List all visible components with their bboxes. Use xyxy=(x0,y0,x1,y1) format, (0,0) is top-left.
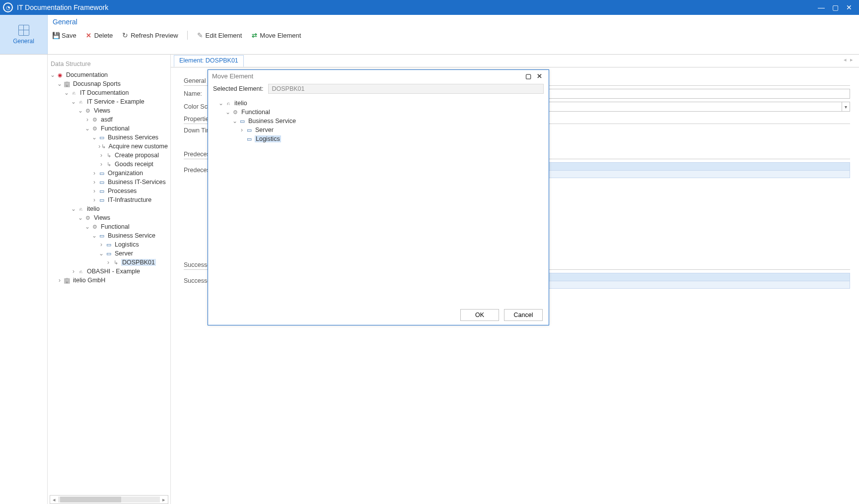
tree-node-obashi[interactable]: OBASHI - Example xyxy=(50,267,168,276)
move-element-button[interactable]: ⇄ Move Element xyxy=(251,32,301,39)
expand-icon[interactable] xyxy=(218,100,224,107)
dialog-ok-button[interactable]: OK xyxy=(460,309,499,321)
left-nav-rail xyxy=(0,55,48,504)
expand-icon[interactable] xyxy=(91,196,97,203)
tree-node-goods-receipt[interactable]: Goods receipt xyxy=(50,160,168,169)
tree-label: IT Documentation xyxy=(79,89,129,96)
tree-node-it-infrastructure[interactable]: IT-Infrastructure xyxy=(50,195,168,204)
dialog-node-itelio[interactable]: itelio xyxy=(218,99,544,108)
tree-node-processes[interactable]: Processes xyxy=(50,187,168,195)
expand-icon[interactable] xyxy=(57,277,63,284)
dialog-node-server[interactable]: Server xyxy=(218,126,544,134)
expand-icon[interactable] xyxy=(98,161,104,168)
tree-label: itelio xyxy=(86,205,100,212)
scroll-left-button[interactable]: ◂ xyxy=(50,497,58,503)
expand-icon[interactable] xyxy=(91,134,97,141)
dropdown-icon[interactable]: ▾ xyxy=(842,102,850,112)
expand-icon[interactable] xyxy=(57,80,63,87)
expand-icon[interactable] xyxy=(77,214,83,221)
expand-icon[interactable] xyxy=(84,125,90,132)
expand-icon[interactable] xyxy=(105,259,111,266)
ribbon-side-tab[interactable]: General xyxy=(0,15,48,54)
group-icon xyxy=(98,188,105,194)
expand-icon[interactable] xyxy=(98,250,104,257)
expand-icon[interactable] xyxy=(91,232,97,239)
tree-label: Functional xyxy=(100,223,130,230)
element-icon xyxy=(105,251,112,256)
dialog-cancel-button[interactable]: Cancel xyxy=(504,309,543,321)
tree-node-business-services[interactable]: Business Services xyxy=(50,133,168,142)
app-title: IT Documentation Framework xyxy=(17,3,108,11)
tree-node-views[interactable]: Views xyxy=(50,106,168,115)
tree-node-server[interactable]: Server xyxy=(50,249,168,258)
tree-node-itelio-gmbh[interactable]: itelio GmbH xyxy=(50,276,168,285)
window-maximize-button[interactable]: ▢ xyxy=(828,0,842,15)
expand-icon[interactable] xyxy=(225,109,231,116)
tree-node-asdf[interactable]: asdf xyxy=(50,115,168,124)
expand-icon[interactable] xyxy=(91,188,97,194)
scroll-thumb[interactable] xyxy=(60,497,121,503)
dialog-node-business-service[interactable]: Business Service xyxy=(218,117,544,126)
expand-icon[interactable] xyxy=(91,170,97,177)
app-logo-icon: ◔ xyxy=(3,2,13,12)
expand-icon[interactable] xyxy=(84,116,90,123)
tree-label: DOSPBK01 xyxy=(121,259,156,266)
tree-label: Business Service xyxy=(248,118,296,125)
dialog-selected-row: Selected Element: DOSPBK01 xyxy=(208,82,549,96)
expand-icon[interactable] xyxy=(50,71,56,78)
tree-node-logistics[interactable]: Logistics xyxy=(50,240,168,249)
tree-horizontal-scrollbar[interactable]: ◂ ▸ xyxy=(50,495,168,504)
tree-node-create-proposal[interactable]: Create proposal xyxy=(50,151,168,160)
tree-node-itelio[interactable]: itelio xyxy=(50,204,168,213)
tree-node-functional[interactable]: Functional xyxy=(50,124,168,133)
dialog-title: Move Element xyxy=(212,72,253,80)
expand-icon[interactable] xyxy=(232,118,238,125)
tree-node-business-it-services[interactable]: Business IT-Services xyxy=(50,178,168,187)
expand-icon[interactable] xyxy=(77,107,83,114)
delete-button[interactable]: ✕ Delete xyxy=(85,32,113,39)
move-element-dialog: Move Element ▢ ✕ Selected Element: DOSPB… xyxy=(208,69,549,325)
window-close-button[interactable]: ✕ xyxy=(842,0,856,15)
process-icon xyxy=(105,161,112,167)
tree-node-documentation[interactable]: ◉ Documentation xyxy=(50,70,168,79)
ribbon-tab-general[interactable]: General xyxy=(53,18,854,26)
scroll-right-button[interactable]: ▸ xyxy=(160,497,168,503)
tab-nav-arrows[interactable]: ◂ ▸ xyxy=(844,57,854,63)
expand-icon[interactable] xyxy=(98,152,104,159)
tree-node-it-documentation[interactable]: IT Documentation xyxy=(50,88,168,97)
tree-node-dospbk01[interactable]: DOSPBK01 xyxy=(50,258,168,267)
tree-node-views-2[interactable]: Views xyxy=(50,213,168,222)
dialog-target-tree[interactable]: itelio Functional Business Service Serve… xyxy=(208,96,549,305)
tree-node-organization[interactable]: Organization xyxy=(50,169,168,178)
save-button[interactable]: Save xyxy=(53,32,76,39)
tree-label: itelio GmbH xyxy=(72,277,106,284)
tree-node-acquire[interactable]: Acquire new custome xyxy=(50,142,168,151)
expand-icon[interactable] xyxy=(64,89,70,96)
tree-node-docusnap-sports[interactable]: Docusnap Sports xyxy=(50,79,168,88)
branch-icon xyxy=(77,268,84,274)
expand-icon[interactable] xyxy=(71,98,76,105)
tree-label: Business Service xyxy=(107,232,156,239)
dialog-node-functional[interactable]: Functional xyxy=(218,108,544,117)
dialog-selected-label: Selected Element: xyxy=(213,85,263,92)
data-structure-tree[interactable]: ◉ Documentation Docusnap Sports IT Docum… xyxy=(50,70,168,493)
expand-icon[interactable] xyxy=(98,143,100,150)
expand-icon[interactable] xyxy=(98,241,104,248)
tree-label: Functional xyxy=(100,125,130,132)
tree-node-it-service-example[interactable]: IT Service - Example xyxy=(50,97,168,106)
tab-element[interactable]: Element: DOSPBK01 xyxy=(174,55,244,67)
dialog-close-button[interactable]: ✕ xyxy=(534,72,545,80)
scroll-track[interactable] xyxy=(58,497,160,503)
edit-element-button[interactable]: Edit Element xyxy=(197,32,242,39)
tree-node-functional-2[interactable]: Functional xyxy=(50,222,168,231)
tree-node-business-service[interactable]: Business Service xyxy=(50,231,168,240)
window-minimize-button[interactable]: — xyxy=(814,0,828,15)
expand-icon[interactable] xyxy=(84,223,90,230)
expand-icon[interactable] xyxy=(71,205,76,212)
expand-icon[interactable] xyxy=(91,179,97,186)
expand-icon[interactable] xyxy=(239,126,245,133)
expand-icon[interactable] xyxy=(71,268,76,275)
dialog-maximize-button[interactable]: ▢ xyxy=(523,72,534,80)
refresh-preview-button[interactable]: Refresh Preview xyxy=(122,32,178,39)
dialog-node-logistics[interactable]: Logistics xyxy=(218,134,544,143)
